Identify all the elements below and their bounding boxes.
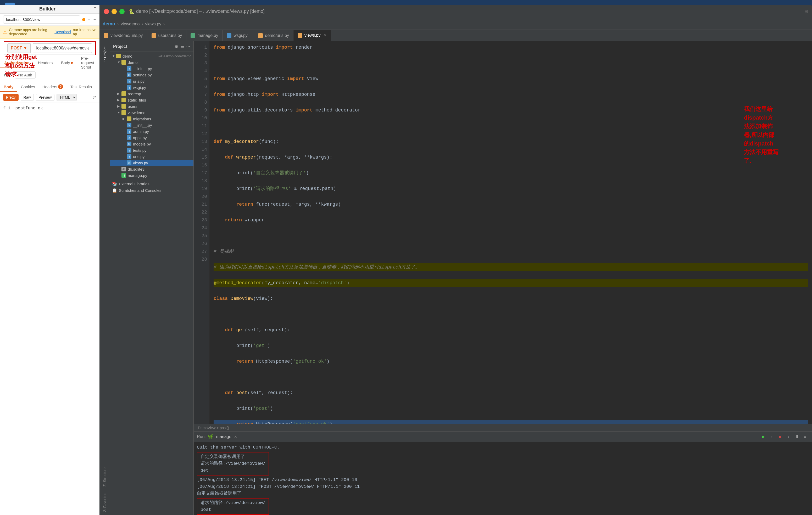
warning-link[interactable]: Download bbox=[54, 30, 71, 34]
run-up-btn[interactable]: ↑ bbox=[768, 433, 775, 441]
code-content: from django.shortcuts import render from… bbox=[209, 41, 812, 424]
init-py-icon: py bbox=[127, 66, 132, 71]
sidebar-title: Project bbox=[113, 44, 173, 49]
tree-init-py[interactable]: py __init__.py bbox=[110, 65, 194, 72]
tab-demo-urls[interactable]: demo/urls.py bbox=[254, 30, 293, 41]
postman-tabs: Authorization Headers Body Pre-request S… bbox=[0, 58, 99, 68]
breadcrumb-text: DemoView > post() bbox=[198, 426, 229, 430]
postman-titlebar: Builder T bbox=[0, 5, 99, 13]
request-bar-wrapper: POST ▼ bbox=[0, 38, 99, 58]
tree-viewdemo-folder[interactable]: ▼ viewdemo bbox=[110, 110, 194, 116]
code-line-15: # 因为我们可以直接给dispatch方法添加装饰器，意味着，我们内部不用重写d… bbox=[213, 263, 808, 271]
urls-demo-label: urls.py bbox=[133, 79, 191, 84]
tree-reqresp[interactable]: ▶ reqresp bbox=[110, 91, 194, 97]
term-box-2: 请求的路径:/view/demoview/ post bbox=[197, 498, 269, 515]
postman-extra-tab[interactable]: T bbox=[94, 7, 96, 11]
tree-users[interactable]: ▶ users bbox=[110, 103, 194, 110]
tree-root[interactable]: ▼ demo ~/Desktop/code/demo bbox=[110, 53, 194, 59]
format-select[interactable]: HTML JSON Text bbox=[57, 94, 77, 101]
tab-headers[interactable]: Headers bbox=[34, 58, 57, 68]
tree-urls-py-demo[interactable]: py urls.py bbox=[110, 78, 194, 84]
request-url-field[interactable] bbox=[33, 43, 92, 53]
tab-authorization[interactable]: Authorization bbox=[0, 58, 34, 68]
term-line-1: Quit the server with CONTROL-C. bbox=[197, 444, 809, 451]
method-select[interactable]: POST ▼ bbox=[7, 43, 31, 53]
tree-wsgi-py[interactable]: py wsgi.py bbox=[110, 84, 194, 91]
admin-py-icon: py bbox=[127, 129, 132, 134]
expand-icon[interactable]: ⊞ bbox=[804, 9, 808, 14]
tab-body[interactable]: Body bbox=[57, 58, 77, 68]
tree-models-py[interactable]: py models.py bbox=[110, 141, 194, 147]
subtab-test-results[interactable]: Test Results bbox=[67, 82, 95, 92]
tree-db-sqlite[interactable]: db db.sqlite3 bbox=[110, 166, 194, 172]
subtab-headers[interactable]: Headers 5 bbox=[39, 82, 67, 92]
toolbar-demo-label[interactable]: demo bbox=[103, 21, 115, 27]
tab-close-views[interactable]: ✕ bbox=[323, 33, 327, 37]
tab-users-urls[interactable]: users/urls.py bbox=[147, 30, 186, 41]
tree-vd-init[interactable]: py __init__.py bbox=[110, 122, 194, 128]
tree-apps-py[interactable]: py apps.py bbox=[110, 134, 194, 141]
tests-py-icon: py bbox=[127, 148, 132, 153]
tree-manage-py[interactable]: dj manage.py bbox=[110, 172, 194, 179]
manage-close[interactable]: ✕ bbox=[234, 435, 237, 439]
run-down-btn[interactable]: ↓ bbox=[785, 433, 792, 441]
code-view[interactable]: 1234567891011121314151617181920212223242… bbox=[194, 41, 812, 424]
desktop: eeeee Builder T + ··· ⚠ Chrome apps are … bbox=[0, 0, 812, 515]
toolbar-sep1: › bbox=[117, 22, 119, 26]
code-line-16: @method_decorator(my_decorator, name='di… bbox=[213, 279, 808, 287]
tree-ext-libs[interactable]: 📚 External Libraries bbox=[110, 181, 194, 187]
toolbar-viewdemo-label[interactable]: viewdemo bbox=[121, 22, 140, 26]
title-bar: 🐍 demo [~/Desktop/code/demo] – .../viewd… bbox=[99, 5, 812, 18]
run-play-btn[interactable]: ▶ bbox=[760, 433, 767, 441]
tree-views-py-selected[interactable]: py views.py bbox=[110, 160, 194, 166]
init-py-label: __init__.py bbox=[133, 66, 191, 71]
vd-init-icon: py bbox=[127, 123, 132, 127]
gutter-tab-structure[interactable]: Z: Structure bbox=[101, 464, 108, 490]
manage-label: manage.py bbox=[128, 173, 191, 178]
gutter-tab-favorites[interactable]: 2: Favorites bbox=[101, 490, 108, 515]
settings-py-label: settings.py bbox=[133, 73, 191, 77]
format-raw-btn[interactable]: Raw bbox=[21, 94, 34, 101]
maximize-button[interactable] bbox=[119, 9, 125, 14]
tree-demo-folder[interactable]: ▼ demo bbox=[110, 59, 194, 65]
sidebar-expand-icon[interactable]: ☰ bbox=[180, 44, 184, 49]
subtab-cookies[interactable]: Cookies bbox=[17, 82, 39, 92]
migrations-icon bbox=[127, 117, 132, 121]
manage-tab[interactable]: manage bbox=[216, 434, 231, 439]
tree-urls-py-vd[interactable]: py urls.py bbox=[110, 153, 194, 160]
postman-url-input[interactable] bbox=[3, 16, 80, 24]
tab-label-viewdemo-urls: viewdemo/urls.py bbox=[111, 33, 143, 38]
tab-wsgi[interactable]: wsgi.py bbox=[223, 30, 254, 41]
gutter-tab-project[interactable]: 1: Project bbox=[101, 43, 109, 65]
reqresp-icon bbox=[121, 91, 126, 96]
tab-pre-request[interactable]: Pre-request Script bbox=[77, 58, 98, 68]
tree-migrations[interactable]: ▶ migrations bbox=[110, 116, 194, 122]
sidebar-settings-icon[interactable]: ⚙ bbox=[175, 44, 178, 49]
minimize-button[interactable] bbox=[112, 9, 117, 14]
tab-viewdemo-urls[interactable]: viewdemo/urls.py bbox=[99, 30, 147, 41]
tree-tests-py[interactable]: py tests.py bbox=[110, 147, 194, 153]
url-add-btn[interactable]: + bbox=[87, 17, 90, 22]
term-box-1-l2: 请求的路径:/view/demoview/ bbox=[201, 460, 265, 467]
tree-admin-py[interactable]: py admin.py bbox=[110, 128, 194, 134]
tree-settings-py[interactable]: py settings.py bbox=[110, 72, 194, 78]
run-lines-btn[interactable]: ≡ bbox=[802, 433, 809, 441]
run-stop-btn[interactable]: ■ bbox=[776, 433, 784, 441]
sidebar-gear-icon[interactable]: ⋯ bbox=[186, 44, 190, 49]
format-preview-btn[interactable]: Preview bbox=[36, 94, 55, 101]
toolbar-views-label[interactable]: views.py bbox=[145, 22, 161, 26]
tree-static-files[interactable]: ▶ static_files bbox=[110, 97, 194, 103]
close-button[interactable] bbox=[104, 9, 109, 14]
tree-scratches[interactable]: 📋 Scratches and Consoles bbox=[110, 187, 194, 194]
word-wrap-btn[interactable]: ⇌ bbox=[92, 94, 96, 100]
db-icon: db bbox=[121, 167, 126, 172]
tab-manage[interactable]: manage.py bbox=[186, 30, 223, 41]
root-folder-icon bbox=[116, 54, 121, 58]
run-pause-btn[interactable]: ⏸ bbox=[793, 433, 801, 441]
format-pretty-btn[interactable]: Pretty bbox=[3, 94, 19, 101]
url-more-btn[interactable]: ··· bbox=[92, 17, 96, 22]
tab-views-py[interactable]: views.py ✕ bbox=[293, 30, 331, 41]
subtab-body[interactable]: Body bbox=[0, 82, 17, 92]
title-py-icon: 🐍 bbox=[129, 9, 135, 14]
tab-icon-viewdemo-urls bbox=[104, 33, 108, 38]
